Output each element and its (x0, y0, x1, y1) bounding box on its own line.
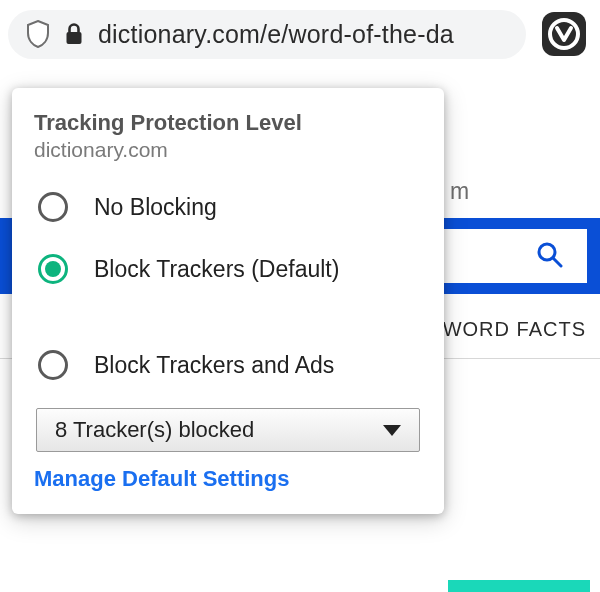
popup-title: Tracking Protection Level (34, 110, 422, 136)
svg-line-4 (553, 258, 561, 266)
address-bar-url: dictionary.com/e/word-of-the-da (98, 20, 508, 49)
partial-page-text: m (450, 178, 469, 205)
svg-rect-0 (67, 32, 82, 44)
option-label: Block Trackers and Ads (94, 352, 334, 379)
lock-icon (64, 22, 84, 46)
shield-icon[interactable] (26, 20, 50, 48)
radio-icon (38, 350, 68, 380)
option-label: Block Trackers (Default) (94, 256, 339, 283)
chevron-down-icon (383, 425, 401, 436)
radio-icon (38, 192, 68, 222)
radio-icon-selected (38, 254, 68, 284)
option-block-trackers-ads[interactable]: Block Trackers and Ads (34, 334, 422, 396)
page-card (448, 580, 590, 592)
address-bar[interactable]: dictionary.com/e/word-of-the-da (8, 10, 526, 59)
vivaldi-menu-button[interactable] (538, 8, 590, 60)
option-label: No Blocking (94, 194, 217, 221)
nav-item-wordfacts[interactable]: WORD FACTS (443, 318, 586, 341)
option-block-trackers[interactable]: Block Trackers (Default) (34, 238, 422, 300)
search-icon (535, 240, 563, 272)
browser-chrome: dictionary.com/e/word-of-the-da (0, 0, 600, 68)
popup-site: dictionary.com (34, 138, 422, 162)
blocked-trackers-dropdown[interactable]: 8 Tracker(s) blocked (36, 408, 420, 452)
manage-default-settings-link[interactable]: Manage Default Settings (34, 466, 422, 492)
tracking-protection-popup: Tracking Protection Level dictionary.com… (12, 88, 444, 514)
option-no-blocking[interactable]: No Blocking (34, 176, 422, 238)
dropdown-label: 8 Tracker(s) blocked (55, 417, 254, 443)
